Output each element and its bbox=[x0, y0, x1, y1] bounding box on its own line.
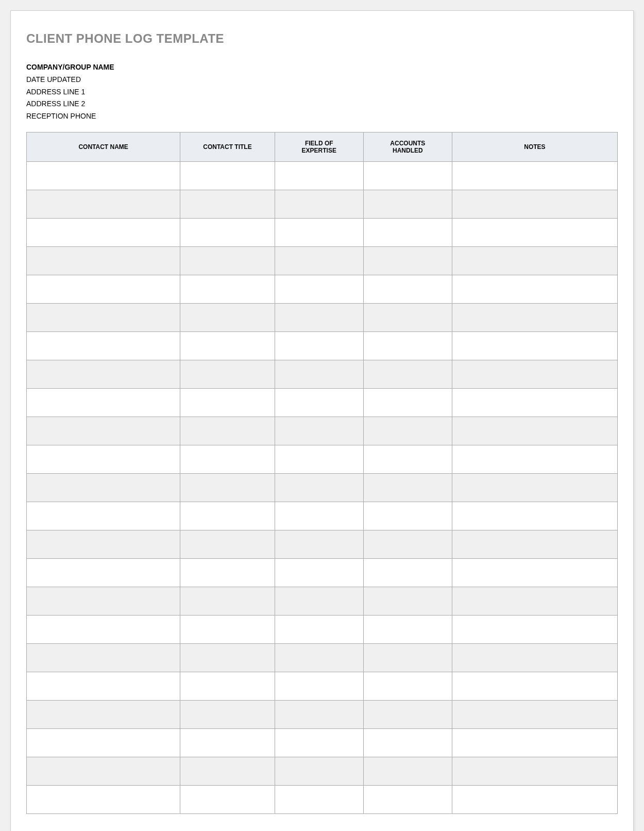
cell-notes[interactable] bbox=[452, 161, 617, 190]
cell-accounts-handled[interactable] bbox=[363, 331, 452, 360]
cell-contact-title[interactable] bbox=[180, 530, 275, 558]
cell-accounts-handled[interactable] bbox=[363, 530, 452, 558]
cell-contact-name[interactable] bbox=[27, 218, 180, 246]
cell-contact-title[interactable] bbox=[180, 417, 275, 445]
cell-accounts-handled[interactable] bbox=[363, 445, 452, 473]
cell-notes[interactable] bbox=[452, 785, 617, 813]
cell-accounts-handled[interactable] bbox=[363, 190, 452, 218]
cell-contact-name[interactable] bbox=[27, 246, 180, 275]
cell-contact-name[interactable] bbox=[27, 360, 180, 388]
cell-field-of-expertise[interactable] bbox=[275, 218, 363, 246]
cell-accounts-handled[interactable] bbox=[363, 615, 452, 643]
cell-notes[interactable] bbox=[452, 275, 617, 303]
cell-contact-title[interactable] bbox=[180, 587, 275, 615]
cell-contact-title[interactable] bbox=[180, 672, 275, 700]
cell-notes[interactable] bbox=[452, 190, 617, 218]
cell-notes[interactable] bbox=[452, 615, 617, 643]
cell-accounts-handled[interactable] bbox=[363, 558, 452, 587]
cell-notes[interactable] bbox=[452, 530, 617, 558]
cell-contact-name[interactable] bbox=[27, 331, 180, 360]
cell-contact-name[interactable] bbox=[27, 190, 180, 218]
cell-contact-title[interactable] bbox=[180, 643, 275, 672]
cell-contact-title[interactable] bbox=[180, 218, 275, 246]
cell-accounts-handled[interactable] bbox=[363, 360, 452, 388]
cell-field-of-expertise[interactable] bbox=[275, 587, 363, 615]
cell-notes[interactable] bbox=[452, 303, 617, 331]
cell-accounts-handled[interactable] bbox=[363, 303, 452, 331]
cell-field-of-expertise[interactable] bbox=[275, 360, 363, 388]
cell-contact-title[interactable] bbox=[180, 757, 275, 785]
cell-accounts-handled[interactable] bbox=[363, 417, 452, 445]
cell-field-of-expertise[interactable] bbox=[275, 558, 363, 587]
cell-contact-title[interactable] bbox=[180, 275, 275, 303]
cell-notes[interactable] bbox=[452, 445, 617, 473]
cell-accounts-handled[interactable] bbox=[363, 502, 452, 530]
cell-notes[interactable] bbox=[452, 643, 617, 672]
cell-notes[interactable] bbox=[452, 360, 617, 388]
cell-contact-title[interactable] bbox=[180, 388, 275, 417]
cell-field-of-expertise[interactable] bbox=[275, 785, 363, 813]
cell-accounts-handled[interactable] bbox=[363, 587, 452, 615]
cell-accounts-handled[interactable] bbox=[363, 388, 452, 417]
cell-contact-title[interactable] bbox=[180, 728, 275, 757]
cell-accounts-handled[interactable] bbox=[363, 246, 452, 275]
cell-contact-title[interactable] bbox=[180, 331, 275, 360]
cell-contact-title[interactable] bbox=[180, 190, 275, 218]
cell-contact-name[interactable] bbox=[27, 445, 180, 473]
cell-field-of-expertise[interactable] bbox=[275, 331, 363, 360]
cell-accounts-handled[interactable] bbox=[363, 643, 452, 672]
cell-field-of-expertise[interactable] bbox=[275, 757, 363, 785]
cell-contact-name[interactable] bbox=[27, 388, 180, 417]
cell-contact-name[interactable] bbox=[27, 700, 180, 728]
cell-contact-name[interactable] bbox=[27, 643, 180, 672]
cell-contact-title[interactable] bbox=[180, 502, 275, 530]
cell-accounts-handled[interactable] bbox=[363, 757, 452, 785]
cell-notes[interactable] bbox=[452, 417, 617, 445]
cell-notes[interactable] bbox=[452, 218, 617, 246]
cell-contact-name[interactable] bbox=[27, 587, 180, 615]
cell-notes[interactable] bbox=[452, 700, 617, 728]
cell-contact-title[interactable] bbox=[180, 615, 275, 643]
cell-contact-name[interactable] bbox=[27, 530, 180, 558]
cell-field-of-expertise[interactable] bbox=[275, 417, 363, 445]
cell-contact-title[interactable] bbox=[180, 246, 275, 275]
cell-notes[interactable] bbox=[452, 473, 617, 502]
cell-contact-title[interactable] bbox=[180, 473, 275, 502]
cell-contact-title[interactable] bbox=[180, 161, 275, 190]
cell-field-of-expertise[interactable] bbox=[275, 502, 363, 530]
cell-field-of-expertise[interactable] bbox=[275, 672, 363, 700]
cell-accounts-handled[interactable] bbox=[363, 473, 452, 502]
cell-contact-name[interactable] bbox=[27, 785, 180, 813]
cell-contact-title[interactable] bbox=[180, 303, 275, 331]
cell-contact-title[interactable] bbox=[180, 558, 275, 587]
cell-notes[interactable] bbox=[452, 388, 617, 417]
cell-notes[interactable] bbox=[452, 672, 617, 700]
cell-field-of-expertise[interactable] bbox=[275, 643, 363, 672]
cell-notes[interactable] bbox=[452, 757, 617, 785]
cell-field-of-expertise[interactable] bbox=[275, 303, 363, 331]
cell-field-of-expertise[interactable] bbox=[275, 530, 363, 558]
cell-contact-name[interactable] bbox=[27, 473, 180, 502]
cell-notes[interactable] bbox=[452, 587, 617, 615]
cell-field-of-expertise[interactable] bbox=[275, 190, 363, 218]
cell-contact-title[interactable] bbox=[180, 700, 275, 728]
cell-accounts-handled[interactable] bbox=[363, 785, 452, 813]
cell-field-of-expertise[interactable] bbox=[275, 246, 363, 275]
cell-contact-name[interactable] bbox=[27, 757, 180, 785]
cell-notes[interactable] bbox=[452, 558, 617, 587]
cell-contact-name[interactable] bbox=[27, 558, 180, 587]
cell-notes[interactable] bbox=[452, 246, 617, 275]
cell-field-of-expertise[interactable] bbox=[275, 615, 363, 643]
cell-field-of-expertise[interactable] bbox=[275, 275, 363, 303]
cell-contact-name[interactable] bbox=[27, 615, 180, 643]
cell-contact-name[interactable] bbox=[27, 672, 180, 700]
cell-contact-name[interactable] bbox=[27, 728, 180, 757]
cell-contact-title[interactable] bbox=[180, 360, 275, 388]
cell-accounts-handled[interactable] bbox=[363, 275, 452, 303]
cell-field-of-expertise[interactable] bbox=[275, 728, 363, 757]
cell-notes[interactable] bbox=[452, 728, 617, 757]
cell-accounts-handled[interactable] bbox=[363, 728, 452, 757]
cell-field-of-expertise[interactable] bbox=[275, 445, 363, 473]
cell-notes[interactable] bbox=[452, 502, 617, 530]
cell-contact-name[interactable] bbox=[27, 303, 180, 331]
